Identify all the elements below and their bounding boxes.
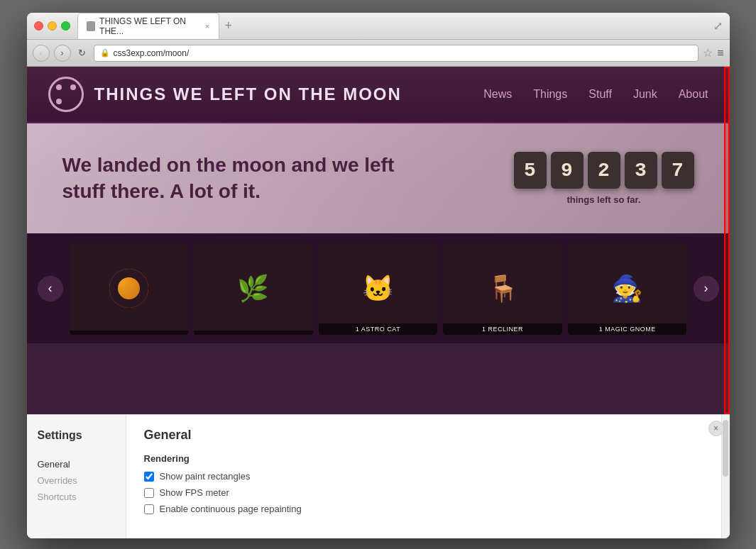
url-icon: 🔒 bbox=[100, 48, 110, 57]
prev-arrow[interactable]: ‹ bbox=[38, 276, 63, 301]
settings-panel: × Settings General Overrides Shortcuts G… bbox=[27, 414, 730, 538]
hero-section: We landed on the moon and we left stuff … bbox=[27, 123, 730, 233]
thumb-item-0[interactable] bbox=[70, 243, 189, 335]
thumb-bg-4: 🧙 bbox=[568, 243, 687, 335]
address-bar: ‹ › ↻ 🔒 css3exp.com/moon/ ☆ ≡ bbox=[27, 40, 730, 67]
tab-favicon bbox=[87, 21, 96, 31]
site-nav-links: News Things Stuff Junk About bbox=[483, 88, 708, 101]
gnome-icon: 🧙 bbox=[611, 274, 643, 304]
counter-digits: 5 9 2 3 7 bbox=[514, 152, 694, 189]
menu-icon[interactable]: ≡ bbox=[717, 47, 723, 60]
logo-dot-2 bbox=[70, 84, 76, 90]
checkbox-repaint-label: Enable continuous page repainting bbox=[160, 504, 302, 514]
thumb-item-2[interactable]: 🐱 1 ASTRO CAT bbox=[319, 243, 438, 335]
tab-label: THINGS WE LEFT ON THE... bbox=[99, 16, 201, 36]
site-nav: THINGS WE LEFT ON THE MOON News Things S… bbox=[27, 67, 730, 123]
logo-icon bbox=[48, 77, 84, 112]
nav-link-things[interactable]: Things bbox=[533, 88, 567, 101]
checkbox-paint-input[interactable] bbox=[144, 472, 154, 482]
sidebar-item-overrides[interactable]: Overrides bbox=[38, 472, 115, 489]
nav-link-junk[interactable]: Junk bbox=[633, 88, 657, 101]
mac-window: THINGS WE LEFT ON THE... × + ⤢ ‹ › ↻ 🔒 c… bbox=[27, 13, 730, 538]
website: THINGS WE LEFT ON THE MOON News Things S… bbox=[27, 67, 730, 414]
counter-label: things left so far. bbox=[514, 194, 694, 205]
thumb-label-4: 1 MAGIC GNOME bbox=[568, 323, 687, 335]
checkbox-paint-rectangles: Show paint rectangles bbox=[144, 471, 703, 482]
thumb-bg-2: 🐱 bbox=[319, 243, 438, 335]
digit-2: 2 bbox=[588, 152, 620, 189]
url-bar[interactable]: 🔒 css3exp.com/moon/ bbox=[94, 45, 699, 62]
thumb-bg-1: 🌿 bbox=[194, 243, 313, 335]
checkbox-continuous-repainting: Enable continuous page repainting bbox=[144, 504, 703, 514]
checkbox-fps-input[interactable] bbox=[144, 488, 154, 498]
digit-4: 7 bbox=[662, 152, 694, 189]
nav-link-about[interactable]: About bbox=[679, 88, 708, 101]
counter-section: 5 9 2 3 7 things left so far. bbox=[514, 152, 694, 205]
thumb-item-4[interactable]: 🧙 1 MAGIC GNOME bbox=[568, 243, 687, 335]
browser-viewport: THINGS WE LEFT ON THE MOON News Things S… bbox=[27, 67, 730, 414]
site-title: THINGS WE LEFT ON THE MOON bbox=[94, 84, 402, 104]
sidebar-item-general[interactable]: General bbox=[38, 456, 115, 472]
rendering-group-title: Rendering bbox=[144, 453, 703, 464]
sidebar-item-shortcuts[interactable]: Shortcuts bbox=[38, 489, 115, 505]
forward-button[interactable]: › bbox=[54, 45, 71, 62]
thumb-item-3[interactable]: 🪑 1 RECLINER bbox=[443, 243, 562, 335]
title-bar: THINGS WE LEFT ON THE... × + ⤢ bbox=[27, 13, 730, 40]
nav-link-stuff[interactable]: Stuff bbox=[588, 88, 612, 101]
settings-sidebar-title: Settings bbox=[38, 429, 115, 442]
checkbox-fps-meter: Show FPS meter bbox=[144, 487, 703, 498]
nav-link-news[interactable]: News bbox=[483, 88, 512, 101]
next-arrow[interactable]: › bbox=[694, 276, 719, 301]
digit-1: 9 bbox=[551, 152, 584, 189]
hero-heading: We landed on the moon and we left stuff … bbox=[62, 152, 417, 204]
tab-bar: THINGS WE LEFT ON THE... × + bbox=[77, 13, 713, 39]
hero-text: We landed on the moon and we left stuff … bbox=[62, 152, 417, 204]
checkbox-fps-label: Show FPS meter bbox=[160, 487, 229, 498]
new-tab-button[interactable]: + bbox=[222, 18, 236, 33]
digit-0: 5 bbox=[514, 152, 547, 189]
checkbox-paint-label: Show paint rectangles bbox=[160, 471, 251, 482]
thumbnail-strip: ‹ 🌿 🐱 1 ASTRO C bbox=[27, 233, 730, 343]
close-button[interactable] bbox=[34, 21, 43, 30]
donut-icon bbox=[109, 269, 148, 308]
thumb-label-3: 1 RECLINER bbox=[443, 323, 562, 335]
reload-button[interactable]: ↻ bbox=[75, 46, 89, 60]
window-expand-icon[interactable]: ⤢ bbox=[713, 19, 723, 33]
chair-icon: 🪑 bbox=[487, 274, 519, 304]
settings-sidebar: Settings General Overrides Shortcuts bbox=[27, 415, 126, 538]
thumb-item-1[interactable]: 🌿 bbox=[194, 243, 313, 335]
logo-dot-3 bbox=[56, 99, 62, 104]
minimize-button[interactable] bbox=[48, 21, 57, 30]
traffic-lights bbox=[34, 21, 70, 30]
maximize-button[interactable] bbox=[61, 21, 70, 30]
thumb-label-2: 1 ASTRO CAT bbox=[319, 323, 438, 335]
browser-tab[interactable]: THINGS WE LEFT ON THE... × bbox=[77, 13, 219, 39]
mower-icon: 🌿 bbox=[237, 274, 269, 304]
tab-close-icon[interactable]: × bbox=[205, 22, 209, 30]
settings-section-title: General bbox=[144, 428, 703, 443]
thumb-label-0 bbox=[70, 331, 189, 335]
logo-dot-1 bbox=[56, 84, 62, 90]
bookmark-icon[interactable]: ☆ bbox=[703, 46, 713, 60]
back-button[interactable]: ‹ bbox=[33, 45, 50, 62]
site-logo: THINGS WE LEFT ON THE MOON bbox=[48, 77, 402, 112]
thumb-bg-0 bbox=[70, 243, 189, 335]
thumb-label-1 bbox=[194, 331, 313, 335]
url-text: css3exp.com/moon/ bbox=[114, 48, 190, 58]
cat-icon: 🐱 bbox=[362, 274, 394, 304]
thumb-bg-3: 🪑 bbox=[443, 243, 562, 335]
checkbox-repaint-input[interactable] bbox=[144, 504, 154, 514]
settings-content: General Rendering Show paint rectangles … bbox=[126, 415, 721, 538]
settings-close-button[interactable]: × bbox=[708, 421, 724, 436]
digit-3: 3 bbox=[625, 152, 657, 189]
